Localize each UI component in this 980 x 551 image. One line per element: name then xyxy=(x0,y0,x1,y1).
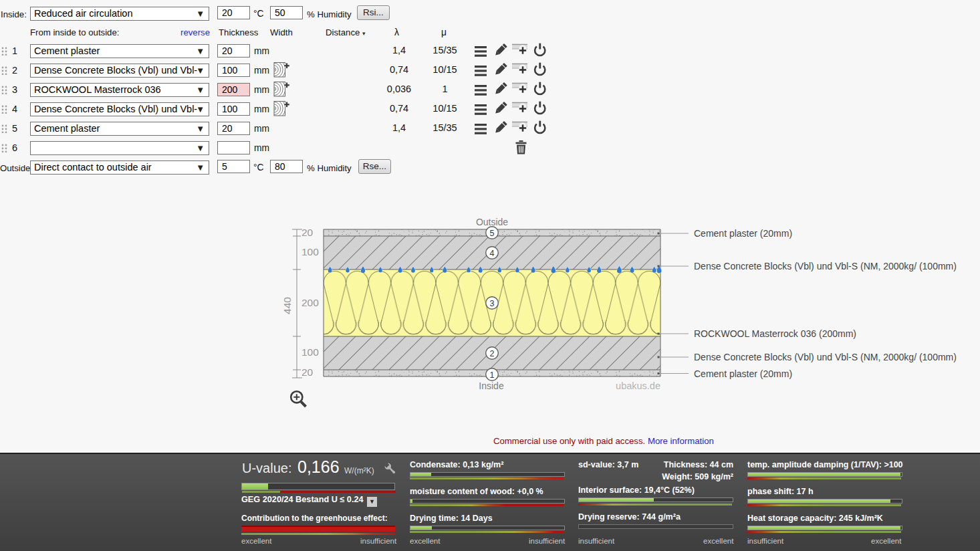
svg-text:2: 2 xyxy=(490,349,495,358)
svg-text:100: 100 xyxy=(301,246,319,257)
svg-text:200: 200 xyxy=(301,297,319,308)
svg-text:5: 5 xyxy=(490,229,495,238)
svg-text:4: 4 xyxy=(490,249,495,258)
svg-text:Inside: Inside xyxy=(479,380,504,391)
svg-text:440: 440 xyxy=(281,297,293,314)
svg-text:3: 3 xyxy=(490,299,495,308)
svg-text:ubakus.de: ubakus.de xyxy=(616,380,660,391)
svg-text:Dense Concrete Blocks (Vbl) un: Dense Concrete Blocks (Vbl) und Vbl-S (N… xyxy=(694,352,957,362)
svg-text:Cement plaster (20mm): Cement plaster (20mm) xyxy=(694,368,792,379)
svg-text:Outside: Outside xyxy=(476,217,508,227)
svg-text:100: 100 xyxy=(301,346,319,358)
svg-text:20: 20 xyxy=(301,227,314,238)
svg-text:20: 20 xyxy=(301,366,314,378)
svg-text:Cement plaster (20mm): Cement plaster (20mm) xyxy=(694,228,792,239)
svg-text:1: 1 xyxy=(490,370,495,380)
svg-text:Dense Concrete Blocks (Vbl) un: Dense Concrete Blocks (Vbl) und Vbl-S (N… xyxy=(694,261,957,271)
svg-text:ROCKWOOL Masterrock 036 (200mm: ROCKWOOL Masterrock 036 (200mm) xyxy=(694,328,856,339)
